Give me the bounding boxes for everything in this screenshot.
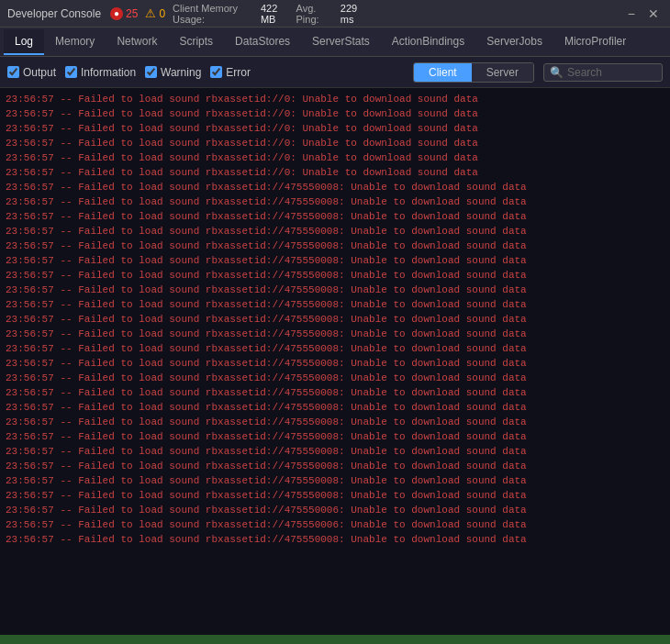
log-area[interactable]: 23:56:57 -- Failed to load sound rbxasse… bbox=[0, 88, 670, 640]
tab-log[interactable]: Log bbox=[4, 29, 44, 55]
log-line: 23:56:57 -- Failed to load sound rbxasse… bbox=[6, 194, 664, 209]
log-line: 23:56:57 -- Failed to load sound rbxasse… bbox=[6, 459, 664, 473]
server-toggle-button[interactable]: Server bbox=[472, 63, 533, 82]
log-line: 23:56:57 -- Failed to load sound rbxasse… bbox=[6, 400, 664, 415]
tab-serverstats[interactable]: ServerStats bbox=[301, 29, 381, 55]
log-line: 23:56:57 -- Failed to load sound rbxasse… bbox=[6, 121, 664, 136]
log-line: 23:56:57 -- Failed to load sound rbxasse… bbox=[6, 488, 664, 503]
log-line: 23:56:57 -- Failed to load sound rbxasse… bbox=[6, 224, 664, 239]
bottom-status-bar bbox=[0, 635, 670, 644]
error-checkbox[interactable] bbox=[210, 66, 222, 78]
log-line: 23:56:57 -- Failed to load sound rbxasse… bbox=[6, 268, 664, 283]
output-filter[interactable]: Output bbox=[7, 66, 56, 79]
log-line: 23:56:57 -- Failed to load sound rbxasse… bbox=[6, 106, 664, 121]
log-line: 23:56:57 -- Failed to load sound rbxasse… bbox=[6, 517, 664, 532]
tab-memory[interactable]: Memory bbox=[44, 29, 106, 55]
log-line: 23:56:57 -- Failed to load sound rbxasse… bbox=[6, 180, 664, 194]
app-title: Developer Console bbox=[7, 7, 101, 20]
title-bar: Developer Console ● 25 ⚠ 0 Client Memory… bbox=[0, 0, 670, 28]
log-line: 23:56:57 -- Failed to load sound rbxasse… bbox=[6, 473, 664, 488]
tab-datastores[interactable]: DataStores bbox=[224, 29, 301, 55]
error-circle-icon: ● bbox=[110, 7, 123, 20]
tab-network[interactable]: Network bbox=[106, 29, 168, 55]
log-line: 23:56:57 -- Failed to load sound rbxasse… bbox=[6, 136, 664, 150]
log-line: 23:56:57 -- Failed to load sound rbxasse… bbox=[6, 92, 664, 106]
log-line: 23:56:57 -- Failed to load sound rbxasse… bbox=[6, 297, 664, 312]
search-icon: 🔍 bbox=[550, 66, 564, 79]
memory-value: 422 MB bbox=[261, 3, 289, 25]
warning-triangle-icon: ⚠ bbox=[145, 6, 156, 20]
search-input[interactable] bbox=[567, 66, 659, 79]
log-line: 23:56:57 -- Failed to load sound rbxasse… bbox=[6, 371, 664, 385]
minimize-button[interactable]: − bbox=[624, 7, 639, 20]
status-area: ● 25 ⚠ 0 Client Memory Usage: 422 MB Avg… bbox=[110, 3, 367, 25]
log-line: 23:56:57 -- Failed to load sound rbxasse… bbox=[6, 385, 664, 400]
error-label: Error bbox=[226, 66, 251, 79]
error-filter[interactable]: Error bbox=[210, 66, 251, 79]
log-line: 23:56:57 -- Failed to load sound rbxasse… bbox=[6, 209, 664, 224]
ping-value: 229 ms bbox=[341, 3, 367, 25]
log-line: 23:56:57 -- Failed to load sound rbxasse… bbox=[6, 503, 664, 517]
warn-count-badge: ⚠ 0 bbox=[145, 6, 165, 20]
tab-microprofiler[interactable]: MicroProfiler bbox=[553, 29, 637, 55]
information-filter[interactable]: Information bbox=[65, 66, 136, 79]
client-server-toggle: Client Server bbox=[413, 62, 534, 83]
log-line: 23:56:57 -- Failed to load sound rbxasse… bbox=[6, 327, 664, 341]
warning-checkbox[interactable] bbox=[145, 66, 157, 78]
log-line: 23:56:57 -- Failed to load sound rbxasse… bbox=[6, 341, 664, 356]
log-line: 23:56:57 -- Failed to load sound rbxasse… bbox=[6, 356, 664, 371]
search-box: 🔍 bbox=[543, 63, 663, 82]
log-line: 23:56:57 -- Failed to load sound rbxasse… bbox=[6, 429, 664, 444]
log-line: 23:56:57 -- Failed to load sound rbxasse… bbox=[6, 239, 664, 253]
window-controls: − ✕ bbox=[624, 7, 663, 20]
warning-label: Warning bbox=[161, 66, 201, 79]
filter-bar: Output Information Warning Error Client … bbox=[0, 57, 670, 88]
log-line: 23:56:57 -- Failed to load sound rbxasse… bbox=[6, 415, 664, 429]
log-line: 23:56:57 -- Failed to load sound rbxasse… bbox=[6, 150, 664, 165]
log-line: 23:56:57 -- Failed to load sound rbxasse… bbox=[6, 532, 664, 547]
log-line: 23:56:57 -- Failed to load sound rbxasse… bbox=[6, 312, 664, 327]
close-button[interactable]: ✕ bbox=[644, 7, 663, 20]
error-count-badge: ● 25 bbox=[110, 7, 138, 20]
nav-tabs: LogMemoryNetworkScriptsDataStoresServerS… bbox=[0, 28, 670, 57]
information-label: Information bbox=[81, 66, 136, 79]
memory-label: Client Memory Usage: bbox=[173, 3, 253, 25]
information-checkbox[interactable] bbox=[65, 66, 77, 78]
output-checkbox[interactable] bbox=[7, 66, 19, 78]
tab-serverjobs[interactable]: ServerJobs bbox=[475, 29, 553, 55]
log-line: 23:56:57 -- Failed to load sound rbxasse… bbox=[6, 283, 664, 297]
tab-scripts[interactable]: Scripts bbox=[168, 29, 224, 55]
output-label: Output bbox=[23, 66, 56, 79]
ping-label: Avg. Ping: bbox=[296, 3, 333, 25]
log-line: 23:56:57 -- Failed to load sound rbxasse… bbox=[6, 444, 664, 459]
log-line: 23:56:57 -- Failed to load sound rbxasse… bbox=[6, 253, 664, 268]
log-line: 23:56:57 -- Failed to load sound rbxasse… bbox=[6, 165, 664, 180]
client-toggle-button[interactable]: Client bbox=[414, 63, 472, 82]
warning-filter[interactable]: Warning bbox=[145, 66, 201, 79]
tab-actionbindings[interactable]: ActionBindings bbox=[381, 29, 475, 55]
